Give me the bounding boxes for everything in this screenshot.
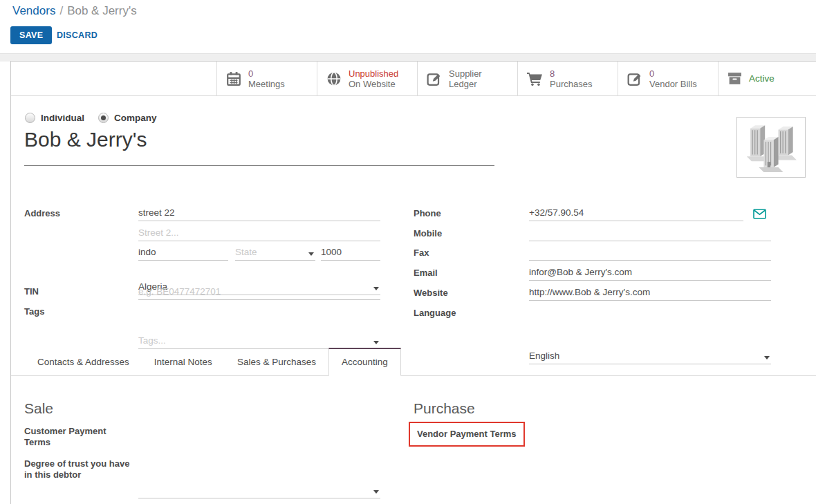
tags-label: Tags	[24, 306, 44, 317]
phone-label: Phone	[414, 208, 441, 219]
cart-icon	[527, 71, 543, 86]
save-button[interactable]: SAVE	[10, 26, 52, 44]
street-field[interactable]	[138, 207, 380, 221]
city-field[interactable]	[138, 246, 228, 261]
edit-icon	[427, 71, 442, 86]
street2-field[interactable]	[138, 227, 380, 241]
purchase-group-title: Purchase	[414, 400, 475, 417]
vendor-bills-button[interactable]: 0Vendor Bills	[618, 62, 718, 95]
trust-degree-label: Degree of trust you have in this debtor	[24, 458, 131, 480]
website-status-label: On Website	[349, 79, 398, 89]
tin-label: TIN	[24, 286, 39, 297]
supplier-ledger-button[interactable]: SupplierLedger	[417, 62, 517, 95]
mobile-field[interactable]	[529, 227, 771, 241]
buildings-image	[741, 120, 801, 174]
archive-icon	[727, 71, 742, 86]
tab-sales-purchases[interactable]: Sales & Purchases	[225, 348, 328, 375]
active-label: Active	[749, 73, 775, 84]
email-field[interactable]	[529, 266, 771, 281]
purchases-button[interactable]: 8Purchases	[517, 62, 618, 95]
individual-radio[interactable]	[25, 113, 35, 123]
purchases-label: Purchases	[550, 79, 592, 89]
website-field[interactable]	[529, 286, 771, 301]
phone-field[interactable]	[529, 207, 743, 221]
fax-field[interactable]	[529, 246, 771, 261]
mobile-label: Mobile	[414, 228, 442, 239]
email-label: Email	[414, 268, 438, 279]
tags-field[interactable]: Tags...	[138, 335, 380, 349]
supplier-ledger-line1: Supplier	[449, 68, 482, 79]
website-status-value: Unpublished	[349, 68, 398, 79]
globe-icon	[326, 71, 342, 86]
meetings-count: 0	[248, 68, 285, 79]
individual-radio-label: Individual	[41, 113, 84, 123]
sms-envelope-icon[interactable]	[753, 209, 766, 219]
tab-contacts-addresses[interactable]: Contacts & Addresses	[25, 348, 142, 375]
address-label: Address	[24, 208, 60, 219]
company-radio-label: Company	[114, 113, 157, 123]
breadcrumb-current: Bob & Jerry's	[67, 4, 137, 17]
notebook-tabs: Contacts & Addresses Internal Notes Sale…	[11, 348, 816, 376]
vendor-bills-count: 0	[649, 68, 697, 79]
tab-internal-notes[interactable]: Internal Notes	[142, 348, 225, 375]
stat-row-divider	[11, 95, 816, 96]
company-avatar[interactable]	[736, 117, 806, 178]
meetings-label: Meetings	[248, 79, 285, 89]
partner-name-underline	[24, 165, 494, 166]
breadcrumb-separator: /	[59, 4, 63, 17]
chevron-down-icon	[308, 252, 314, 256]
purchases-count: 8	[550, 68, 592, 79]
partner-name-input[interactable]: Bob & Jerry's	[24, 128, 147, 151]
state-select[interactable]: State	[235, 246, 315, 261]
form-sheet: 0Meetings UnpublishedOn Website Supplier…	[10, 61, 816, 504]
edit-icon	[627, 71, 642, 86]
website-label: Website	[414, 288, 448, 299]
chevron-down-icon	[373, 341, 379, 344]
company-radio[interactable]	[98, 113, 109, 123]
supplier-ledger-line2: Ledger	[449, 79, 482, 89]
vendor-bills-label: Vendor Bills	[649, 79, 697, 89]
calendar-icon	[226, 71, 241, 86]
company-type-selector: Individual Company	[25, 113, 165, 123]
discard-button[interactable]: DISCARD	[57, 30, 98, 40]
vendor-payment-terms-highlight: Vendor Payment Terms	[409, 422, 525, 447]
stat-button-row: 0Meetings UnpublishedOn Website Supplier…	[216, 62, 816, 95]
zip-field[interactable]	[321, 246, 380, 261]
tin-field[interactable]	[138, 286, 380, 300]
meetings-button[interactable]: 0Meetings	[216, 62, 317, 95]
breadcrumb: Vendors/Bob & Jerry's	[12, 4, 137, 18]
customer-payment-terms-label: Customer Payment Terms	[24, 426, 131, 448]
chevron-down-icon	[373, 490, 379, 494]
language-label: Language	[414, 308, 456, 319]
vendor-payment-terms-label: Vendor Payment Terms	[417, 429, 517, 439]
breadcrumb-vendors-link[interactable]: Vendors	[12, 4, 55, 17]
website-status-button[interactable]: UnpublishedOn Website	[317, 62, 417, 95]
fax-label: Fax	[414, 248, 429, 259]
active-toggle-button[interactable]: Active	[718, 62, 816, 95]
customer-payment-terms-select[interactable]	[138, 484, 380, 498]
tab-accounting[interactable]: Accounting	[328, 348, 401, 376]
sale-group-title: Sale	[24, 400, 53, 417]
